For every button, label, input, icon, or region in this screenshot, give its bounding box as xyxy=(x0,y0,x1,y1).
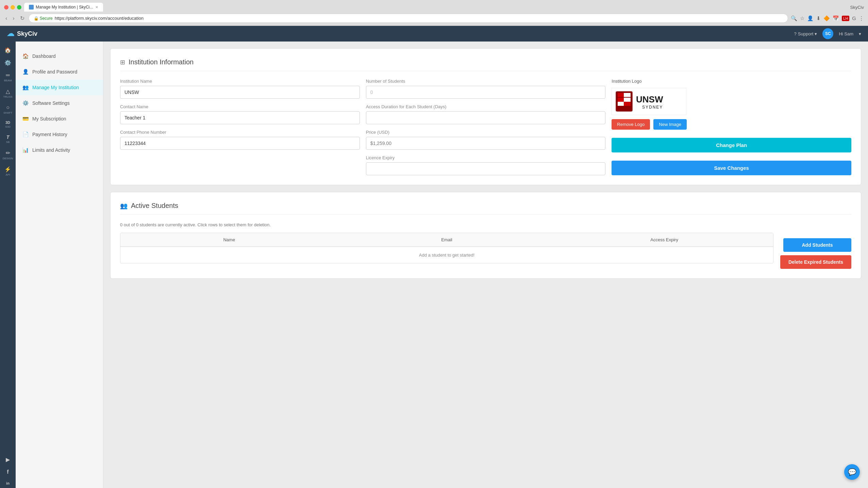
price-input[interactable] xyxy=(366,137,606,150)
sidebar-label-subscription: My Subscription xyxy=(32,116,66,121)
contact-name-input[interactable] xyxy=(120,111,360,124)
close-window-button[interactable] xyxy=(4,5,9,10)
rail-item-youtube[interactable]: ▶ xyxy=(1,454,15,466)
rail-item-api[interactable]: ⚡ API xyxy=(1,163,15,179)
remove-logo-button[interactable]: Remove Logo xyxy=(612,119,650,130)
add-students-button[interactable]: Add Students xyxy=(783,238,851,252)
institution-form-grid: Institution Name Contact Name Contact Ph… xyxy=(120,79,851,175)
shaft-icon: ○ xyxy=(6,104,10,111)
support-button[interactable]: ? Support ▾ xyxy=(794,31,817,36)
user-greeting: Hi Sam xyxy=(839,31,853,36)
sidebar-item-limits[interactable]: 📊 Limits and Activity xyxy=(16,142,103,158)
sidebar-item-institution[interactable]: 👥 Manage My Institution xyxy=(16,80,103,95)
s3d-icon: 3D xyxy=(5,120,10,125)
sb-icon: T xyxy=(6,134,10,140)
tab-title: Manage My Institution | SkyCi... xyxy=(36,5,93,10)
search-icon[interactable]: 🔍 xyxy=(791,15,797,21)
sidebar-label-software: Software Settings xyxy=(32,100,70,106)
extension-icon[interactable]: 👤 xyxy=(807,15,814,21)
svg-rect-5 xyxy=(624,102,631,106)
minimize-window-button[interactable] xyxy=(11,5,15,10)
contact-phone-input[interactable] xyxy=(120,137,360,150)
browser-tab[interactable]: Manage My Institution | SkyCi... ✕ xyxy=(24,3,103,12)
students-actions: Add Students Delete Expired Students xyxy=(780,238,851,269)
licence-expiry-group: Licence Expiry xyxy=(366,155,606,175)
access-duration-input[interactable] xyxy=(366,111,606,124)
sidebar-item-dashboard[interactable]: 🏠 Dashboard xyxy=(16,48,103,64)
rail-item-home[interactable]: 🏠 xyxy=(1,44,15,56)
user-dropdown-icon[interactable]: ▾ xyxy=(859,31,861,36)
user-avatar: SC xyxy=(822,28,833,39)
institution-name-input[interactable] xyxy=(120,86,360,99)
num-students-group: Number of Students xyxy=(366,79,606,99)
logo-section-label: Institution Logo xyxy=(612,79,851,84)
maximize-window-button[interactable] xyxy=(17,5,21,10)
svg-text:UNSW: UNSW xyxy=(636,94,663,104)
institution-card-title: ⊞ Institution Information xyxy=(120,58,851,71)
num-students-input[interactable] xyxy=(366,86,606,99)
lastpass-icon[interactable]: LH xyxy=(842,16,849,21)
rail-item-settings[interactable]: ⚙️ xyxy=(1,57,15,69)
institution-card: ⊞ Institution Information Institution Na… xyxy=(110,48,861,185)
extension4-icon[interactable]: 📅 xyxy=(833,15,839,21)
forward-button[interactable]: › xyxy=(11,14,16,23)
sidebar-item-subscription[interactable]: 💳 My Subscription xyxy=(16,111,103,127)
unsw-logo-svg: UNSW SYDNEY xyxy=(615,90,683,113)
support-label: Support xyxy=(798,31,814,36)
rail-item-linkedin[interactable]: in xyxy=(1,478,15,488)
sidebar-label-institution: Manage My Institution xyxy=(32,85,79,90)
licence-expiry-input[interactable] xyxy=(366,162,606,175)
beam-icon: ═ xyxy=(6,72,10,78)
contact-phone-group: Contact Phone Number xyxy=(120,130,360,150)
new-image-button[interactable]: New Image xyxy=(653,119,687,130)
browser-toolbar: ‹ › ↻ 🔒 Secure https://platform.skyciv.c… xyxy=(0,12,868,26)
main-content: ⊞ Institution Information Institution Na… xyxy=(103,42,868,488)
extension2-icon[interactable]: ⬇ xyxy=(816,15,821,21)
institution-title-icon: ⊞ xyxy=(120,59,125,66)
refresh-button[interactable]: ↻ xyxy=(19,14,26,23)
form-col-3: Institution Logo xyxy=(612,79,851,175)
rail-item-facebook[interactable]: f xyxy=(1,466,15,478)
limits-icon: 📊 xyxy=(22,147,29,153)
rail-item-truss[interactable]: △ TRUSS xyxy=(1,85,15,101)
subscription-icon: 💳 xyxy=(22,116,29,122)
rail-item-design[interactable]: ✏ DESIGN xyxy=(1,147,15,163)
institution-name-label: Institution Name xyxy=(120,79,360,84)
tab-close-button[interactable]: ✕ xyxy=(95,5,98,10)
contact-name-group: Contact Name xyxy=(120,104,360,124)
toolbar-icons: 🔍 ☆ 👤 ⬇ 🔶 📅 LH G ⋮ xyxy=(791,15,864,21)
payment-icon: 📄 xyxy=(22,131,29,137)
bookmark-icon[interactable]: ☆ xyxy=(800,15,804,21)
rail-item-shaft[interactable]: ○ SHAFT xyxy=(1,102,15,117)
rail-item-beam[interactable]: ═ BEAM xyxy=(1,69,15,85)
rail-item-s3d[interactable]: 3D S3D xyxy=(1,118,15,131)
sidebar: 🏠 Dashboard 👤 Profile and Password 👥 Man… xyxy=(16,42,103,488)
num-students-label: Number of Students xyxy=(366,79,606,84)
logo-section: Institution Logo xyxy=(612,79,851,130)
change-plan-button[interactable]: Change Plan xyxy=(612,138,851,152)
students-title-text: Active Students xyxy=(131,202,178,210)
sidebar-item-payment[interactable]: 📄 Payment History xyxy=(16,127,103,142)
rail-item-sb[interactable]: T SB xyxy=(1,132,15,146)
sidebar-item-profile[interactable]: 👤 Profile and Password xyxy=(16,64,103,80)
logo-text: SkyCiv xyxy=(17,30,37,37)
back-button[interactable]: ‹ xyxy=(4,14,9,23)
sidebar-item-software[interactable]: ⚙️ Software Settings xyxy=(16,95,103,111)
extension3-icon[interactable]: 🔶 xyxy=(823,15,830,21)
address-bar[interactable]: 🔒 Secure https://platform.skyciv.com/acc… xyxy=(29,14,788,23)
design-icon: ✏ xyxy=(6,150,10,156)
col-header-name: Name xyxy=(120,233,338,246)
browser-chrome: Manage My Institution | SkyCi... ✕ SkyCi… xyxy=(0,0,868,26)
col-header-access-expiry: Access Expiry xyxy=(555,233,773,246)
more-icon[interactable]: ⋮ xyxy=(859,15,864,21)
youtube-icon: ▶ xyxy=(6,456,10,463)
form-col-1: Institution Name Contact Name Contact Ph… xyxy=(120,79,360,175)
software-icon: ⚙️ xyxy=(22,100,29,106)
grammarly-icon[interactable]: G xyxy=(852,15,856,21)
delete-expired-students-button[interactable]: Delete Expired Students xyxy=(780,255,851,269)
form-col-2: Number of Students Access Duration for E… xyxy=(366,79,606,175)
save-changes-button[interactable]: Save Changes xyxy=(612,161,851,175)
chat-bubble-button[interactable]: 💬 xyxy=(844,464,860,480)
access-duration-label: Access Duration for Each Student (Days) xyxy=(366,104,606,109)
browser-titlebar: Manage My Institution | SkyCi... ✕ SkyCi… xyxy=(0,0,868,12)
